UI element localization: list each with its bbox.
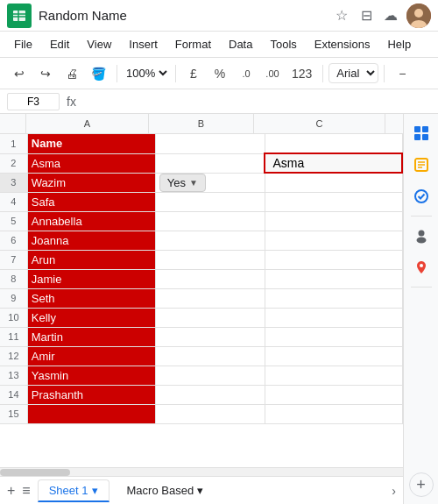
app-title: Random Name [39, 8, 333, 23]
menu-data[interactable]: Data [222, 34, 259, 54]
decimal-increase-button[interactable]: .00 [260, 61, 285, 86]
col-header-a[interactable]: A [26, 114, 149, 133]
cell-b10[interactable] [155, 308, 265, 327]
cell-c5[interactable] [265, 211, 402, 231]
menu-tools[interactable]: Tools [263, 34, 303, 54]
cell-b5[interactable] [155, 211, 265, 231]
cell-a11[interactable]: Martin [27, 327, 155, 346]
formula-input[interactable] [83, 95, 431, 108]
cloud-icon[interactable]: ☁ [382, 7, 399, 25]
macro-tab[interactable]: Macro Based ▾ [117, 480, 215, 500]
percent-button[interactable]: % [208, 61, 232, 86]
undo-button[interactable]: ↩ [7, 61, 32, 86]
scroll-thumb[interactable] [0, 469, 70, 476]
cell-a6[interactable]: Joanna [27, 231, 155, 250]
sidebar-check-icon[interactable] [409, 184, 434, 209]
menu-help[interactable]: Help [380, 34, 418, 54]
sheet-tab-active[interactable]: Sheet 1 ▾ [38, 479, 110, 502]
font-select[interactable]: Arial [328, 63, 378, 83]
sidebar-map-icon[interactable] [409, 255, 434, 280]
cell-b1[interactable] [155, 134, 265, 153]
cell-a7[interactable]: Arun [27, 250, 155, 269]
macro-dropdown-icon[interactable]: ▾ [197, 484, 203, 497]
cell-c6[interactable] [265, 231, 402, 250]
cell-c14[interactable] [265, 385, 402, 404]
cell-c3[interactable] [265, 173, 402, 192]
cell-c7[interactable] [265, 250, 402, 269]
cell-a15[interactable] [27, 404, 155, 423]
cell-a4[interactable]: Safa [27, 192, 155, 211]
menu-extensions[interactable]: Extensions [307, 34, 378, 54]
add-sheet-button[interactable]: + [7, 483, 15, 499]
cell-a3[interactable]: Wazim [27, 173, 155, 192]
sheet-dropdown-icon[interactable]: ▾ [92, 484, 98, 497]
col-header-b[interactable]: B [149, 114, 254, 133]
star-icon[interactable]: ☆ [333, 7, 350, 25]
menu-view[interactable]: View [80, 34, 118, 54]
cell-a8[interactable]: Jamie [27, 269, 155, 288]
cell-c9[interactable] [265, 288, 402, 308]
row-number: 1 [0, 134, 27, 153]
menu-insert[interactable]: Insert [122, 34, 165, 54]
cell-a10[interactable]: Kelly [27, 308, 155, 327]
zoom-select[interactable]: 100% [123, 66, 170, 81]
horizontal-scrollbar[interactable] [0, 467, 403, 476]
cell-reference[interactable] [7, 93, 60, 110]
cell-b13[interactable] [155, 366, 265, 385]
cell-c2[interactable]: Asma [265, 153, 402, 173]
avatar[interactable] [406, 4, 431, 28]
app-logo [7, 4, 32, 28]
menu-edit[interactable]: Edit [43, 34, 76, 54]
cell-a5[interactable]: Annabella [27, 211, 155, 231]
folder-icon[interactable]: ⊟ [357, 7, 375, 25]
paint-button[interactable]: 🪣 [86, 61, 111, 86]
cell-c13[interactable] [265, 366, 402, 385]
main-content: A B C 1 Name 2 Asma [0, 114, 438, 504]
cell-a2[interactable]: Asma [27, 153, 155, 173]
menu-file[interactable]: File [7, 34, 39, 54]
cell-b8[interactable] [155, 269, 265, 288]
cell-c1[interactable] [265, 134, 402, 153]
currency-button[interactable]: £ [181, 61, 206, 86]
svg-rect-9 [422, 126, 428, 132]
cell-c4[interactable] [265, 192, 402, 211]
cell-b6[interactable] [155, 231, 265, 250]
svg-rect-1 [13, 11, 25, 21]
cell-a14[interactable]: Prashanth [27, 385, 155, 404]
cell-b7[interactable] [155, 250, 265, 269]
sidebar-add-button[interactable]: + [409, 472, 434, 497]
cell-b3[interactable]: Yes ▼ [155, 173, 265, 192]
svg-point-17 [418, 231, 424, 237]
table-row: 1 Name [0, 134, 402, 153]
sheet-list-button[interactable]: ≡ [22, 483, 30, 499]
cell-c10[interactable] [265, 308, 402, 327]
col-header-c[interactable]: C [254, 114, 385, 133]
cell-b14[interactable] [155, 385, 265, 404]
font-size-decrease-button[interactable]: − [390, 61, 414, 86]
number-format-button[interactable]: 123 [286, 61, 317, 86]
cell-b11[interactable] [155, 327, 265, 346]
cell-b15[interactable] [155, 404, 265, 423]
chevron-right-icon[interactable]: › [392, 484, 396, 498]
svg-point-19 [420, 264, 423, 267]
cell-c12[interactable] [265, 346, 402, 366]
decimal-decrease-button[interactable]: .0 [234, 61, 258, 86]
sidebar-note-icon[interactable] [409, 153, 434, 177]
sidebar-person-icon[interactable] [409, 224, 434, 248]
cell-b2[interactable] [155, 153, 265, 173]
yes-dropdown[interactable]: Yes ▼ [159, 174, 206, 192]
cell-b9[interactable] [155, 288, 265, 308]
cell-c15[interactable] [265, 404, 402, 423]
cell-a13[interactable]: Yasmin [27, 366, 155, 385]
print-button[interactable]: 🖨 [60, 61, 84, 86]
menu-format[interactable]: Format [168, 34, 218, 54]
sidebar-sheets-icon[interactable] [409, 121, 434, 146]
redo-button[interactable]: ↪ [33, 61, 58, 86]
cell-b12[interactable] [155, 346, 265, 366]
cell-a12[interactable]: Amir [27, 346, 155, 366]
cell-c8[interactable] [265, 269, 402, 288]
cell-a1[interactable]: Name [27, 134, 155, 153]
cell-c11[interactable] [265, 327, 402, 346]
cell-a9[interactable]: Seth [27, 288, 155, 308]
cell-b4[interactable] [155, 192, 265, 211]
